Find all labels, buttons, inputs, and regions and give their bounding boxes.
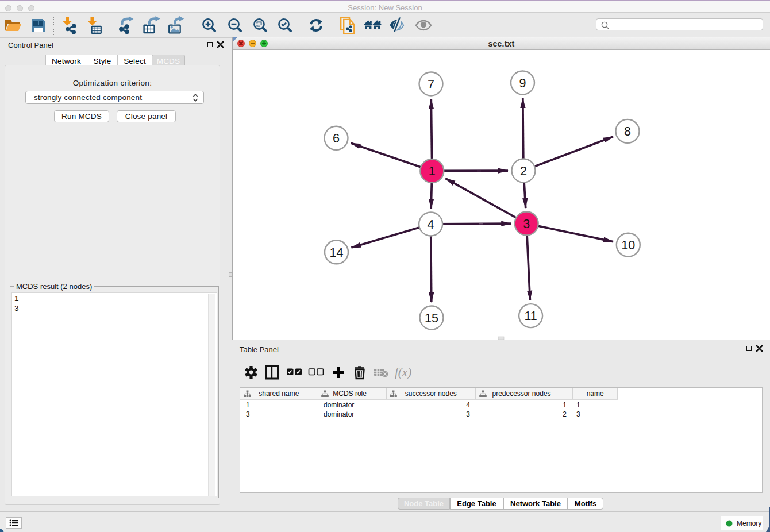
svg-text:1: 1 (429, 164, 436, 178)
svg-text:10: 10 (621, 238, 635, 252)
svg-text:3: 3 (523, 217, 530, 231)
svg-text:14: 14 (330, 246, 344, 260)
svg-text:2: 2 (520, 164, 527, 178)
svg-text:f(x): f(x) (395, 365, 411, 379)
svg-text:15: 15 (425, 311, 438, 325)
svg-text:9: 9 (519, 76, 526, 90)
svg-text:7: 7 (428, 78, 434, 91)
svg-text:11: 11 (524, 309, 537, 323)
svg-text:4: 4 (428, 218, 434, 232)
svg-text:6: 6 (333, 132, 340, 145)
svg-text:8: 8 (624, 125, 631, 138)
